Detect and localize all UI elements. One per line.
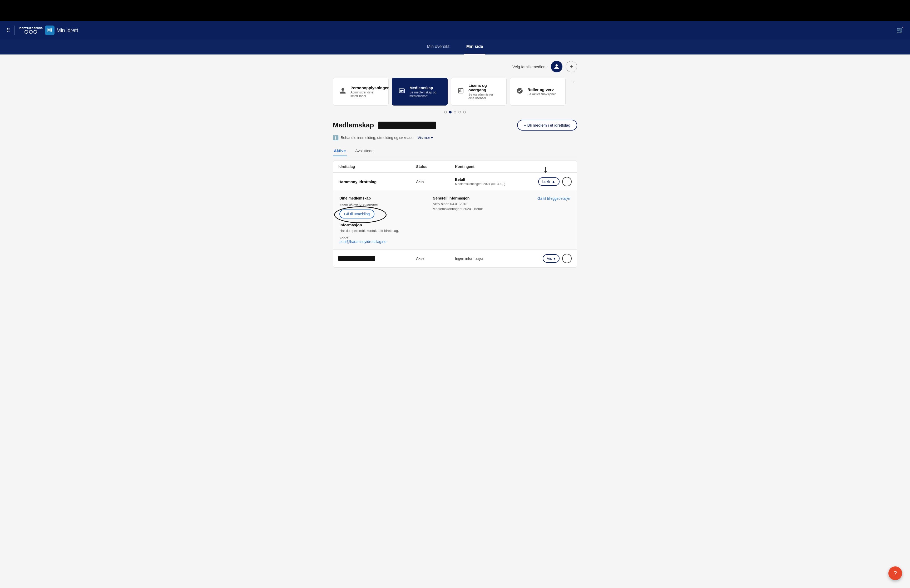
info-section-title: Informasjon [339, 223, 571, 227]
header-actions [533, 165, 572, 169]
dots-indicator [333, 111, 577, 113]
generell-title: Generell informasjon [433, 196, 483, 200]
avatar[interactable] [551, 61, 562, 73]
kontingent-detail-1: Medlemskontingent 2024 (Kr. 300,-) [455, 182, 533, 186]
info-section-text: Har du spørsmål, kontakt ditt idrettslag… [339, 229, 571, 233]
info-text: Behandle innmelding, utmelding og søknad… [341, 136, 415, 140]
ring-3 [34, 30, 37, 34]
tab-aktive[interactable]: Aktive [333, 146, 347, 156]
membership-title-row: Medlemskap [333, 121, 436, 129]
mi-badge: Mi [45, 26, 55, 35]
olympic-rings [24, 30, 37, 34]
chevron-up-icon: ▲ [552, 179, 555, 184]
family-label: Velg familiemedlem: [512, 65, 548, 69]
sub-nav-min-side[interactable]: Min side [464, 39, 485, 55]
top-black-bar [0, 0, 910, 21]
sub-nav: Min oversikt Min side [0, 39, 910, 55]
membership-mine-col: Dine medlemskap Ingen aktive idrettsgren… [339, 196, 378, 218]
dot-4[interactable] [458, 111, 461, 113]
status-2: Aktiv [416, 256, 455, 260]
vis-mer-link[interactable]: Vis mer ▾ [418, 136, 433, 140]
mine-title: Dine medlemskap [339, 196, 378, 200]
brand-name: Min idrett [57, 27, 78, 34]
status-1: Aktiv [416, 179, 455, 184]
generell-info-col: Generell informasjon Aktiv siden 04.01.2… [433, 196, 483, 211]
name-redacted [378, 121, 436, 129]
bli-member-button[interactable]: + Bli medlem i et idrettslag [517, 120, 577, 131]
info-icon: ℹ️ [333, 135, 339, 141]
person-icon [339, 87, 346, 96]
chevron-down-icon-2: ▾ [553, 256, 555, 260]
down-arrow-annotation: ↓ [543, 164, 548, 175]
org-name-redacted [338, 256, 375, 261]
dot-1[interactable] [444, 111, 447, 113]
mine-detail: Ingen aktive idrettsgrener [339, 202, 378, 206]
ring-1 [24, 30, 28, 34]
org-name-2-redacted [338, 256, 416, 261]
id-card-icon [398, 87, 405, 96]
chat-bubble[interactable]: ? [888, 566, 902, 580]
olympic-logo: IDRETTSFORBUND [19, 27, 43, 34]
circle-annotation: Gå til utmelding [339, 210, 375, 218]
category-cards: Personopplysninger Administrer dine inns… [333, 78, 577, 105]
navbar-right: 🛒 [897, 27, 904, 34]
license-icon [457, 87, 464, 96]
brand-logo: IDRETTSFORBUND Mi Min idrett [15, 26, 78, 35]
roles-icon [516, 87, 523, 96]
category-card-medlemskap[interactable]: Medlemskap Se medlemskap og medlemskort [392, 78, 448, 105]
dot-3[interactable] [454, 111, 456, 113]
tabs-row: Aktive Avsluttede [333, 146, 577, 156]
org-name-1: Haramsøy Idrottslag [338, 179, 416, 184]
card-text-roller: Roller og verv Se aktive funksjoner [527, 87, 556, 96]
add-member-button[interactable]: + [566, 61, 577, 73]
email-label: E-post [339, 235, 571, 239]
email-link[interactable]: post@haramsoyidrottslag.no [339, 239, 386, 244]
table-row: Haramsøy Idrottslag Aktiv Betalt Medlems… [333, 173, 577, 191]
dot-2[interactable] [449, 111, 452, 113]
membership-title: Medlemskap [333, 121, 374, 129]
card-text-personopplysninger: Personopplysninger Administrer dine inns… [351, 86, 389, 98]
info-row: ℹ️ Behandle innmelding, utmelding og søk… [333, 135, 577, 141]
gaa-utmelding-button[interactable]: Gå til utmelding [339, 210, 375, 218]
actions-col-1: ↓ Lukk ▲ ⋮ [533, 177, 572, 186]
membership-header: Medlemskap + Bli medlem i et idrettslag [333, 120, 577, 131]
dot-5[interactable] [463, 111, 466, 113]
cart-icon[interactable]: 🛒 [897, 27, 904, 34]
category-card-personopplysninger[interactable]: Personopplysninger Administrer dine inns… [333, 78, 389, 105]
kontingent-1: Betalt Medlemskontingent 2024 (Kr. 300,-… [455, 178, 533, 186]
category-card-lisens[interactable]: Lisens og overgang Se og administrer din… [451, 78, 507, 105]
card-text-medlemskap: Medlemskap Se medlemskap og medlemskort [409, 86, 441, 98]
more-options-button-2[interactable]: ⋮ [562, 254, 572, 263]
card-text-lisens: Lisens og overgang Se og administrer din… [469, 83, 500, 100]
expanded-actions: Dine medlemskap Ingen aktive idrettsgren… [339, 196, 571, 218]
navbar: ⠿ IDRETTSFORBUND Mi Min idrett 🛒 [0, 21, 910, 39]
navbar-left: ⠿ IDRETTSFORBUND Mi Min idrett [6, 26, 78, 35]
table-header: Idrettslag Status Kontingent [333, 161, 577, 173]
table-row-2: Aktiv Ingen informasjon Vis ▾ ⋮ [333, 250, 577, 267]
sub-nav-min-oversikt[interactable]: Min oversikt [425, 39, 451, 55]
grid-icon[interactable]: ⠿ [6, 27, 10, 34]
more-options-button[interactable]: ⋮ [562, 177, 572, 186]
kontingent-2: Ingen informasjon [455, 256, 533, 260]
tillegg-col: Gå til tilleggsdetaljer [537, 196, 571, 201]
header-idrettslag: Idrettslag [338, 165, 416, 169]
tab-avsluttede[interactable]: Avsluttede [354, 146, 375, 156]
actions-col-2: Vis ▾ ⋮ [533, 254, 572, 263]
lukk-button[interactable]: Lukk ▲ [538, 178, 559, 186]
expanded-section: Dine medlemskap Ingen aktive idrettsgren… [333, 191, 577, 250]
ring-2 [29, 30, 33, 34]
generell-aktiv: Aktiv siden 04.01.2018 [433, 202, 483, 206]
header-status: Status [416, 165, 455, 169]
content-wrapper: Velg familiemedlem: + Personopplysninger… [329, 61, 581, 268]
gaa-tillegg-link[interactable]: Gå til tilleggsdetaljer [537, 196, 571, 200]
info-section: Informasjon Har du spørsmål, kontakt dit… [339, 223, 571, 244]
cards-next-arrow[interactable]: → [569, 78, 577, 86]
category-card-roller[interactable]: Roller og verv Se aktive funksjoner [510, 78, 566, 105]
family-selector: Velg familiemedlem: + [333, 61, 577, 73]
generell-kontingent: Medlemskontingent 2024 - Betalt [433, 207, 483, 211]
kontingent-paid-1: Betalt [455, 178, 533, 182]
header-kontingent: Kontingent [455, 165, 533, 169]
membership-table: Idrettslag Status Kontingent Haramsøy Id… [333, 161, 577, 268]
olympic-text: IDRETTSFORBUND [19, 27, 43, 29]
vis-button[interactable]: Vis ▾ [543, 254, 559, 263]
